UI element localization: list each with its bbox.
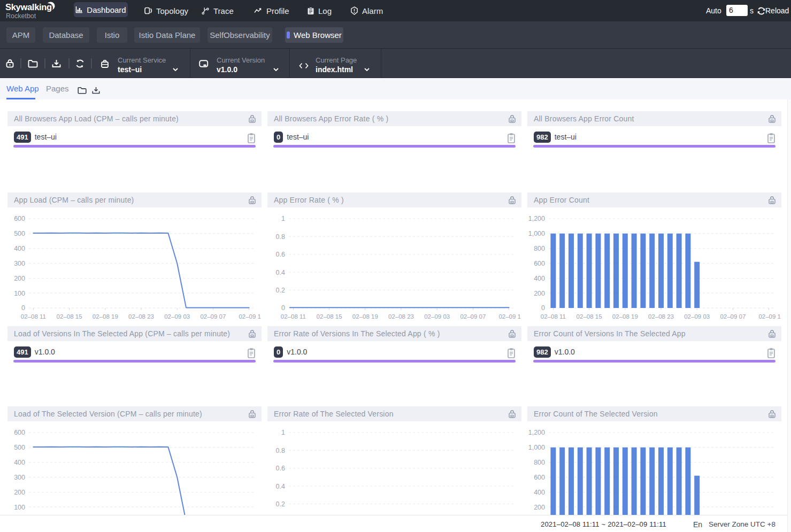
svg-text:0.6: 0.6 (276, 251, 285, 258)
svg-text:02–08 23: 02–08 23 (648, 313, 674, 320)
svg-text:200: 200 (534, 504, 545, 511)
svg-text:02–08 15: 02–08 15 (57, 313, 82, 320)
svg-text:300: 300 (14, 260, 25, 267)
svg-text:0.2: 0.2 (276, 500, 285, 508)
svg-text:0.4: 0.4 (276, 269, 285, 276)
svg-text:600: 600 (534, 260, 545, 267)
svg-text:02–08 19: 02–08 19 (352, 313, 378, 320)
svg-text:800: 800 (534, 459, 545, 466)
svg-text:600: 600 (534, 474, 545, 481)
svg-text:02–08 11: 02–08 11 (541, 313, 566, 320)
svg-text:0.6: 0.6 (276, 465, 285, 472)
svg-text:400: 400 (14, 245, 25, 252)
svg-text:100: 100 (14, 504, 25, 511)
svg-text:0.8: 0.8 (276, 447, 285, 454)
svg-text:200: 200 (534, 290, 545, 297)
svg-text:400: 400 (534, 275, 545, 282)
svg-text:600: 600 (14, 429, 25, 436)
svg-text:02–09 1: 02–09 1 (758, 313, 781, 320)
svg-text:02–08 11: 02–08 11 (281, 313, 306, 320)
svg-text:400: 400 (14, 459, 25, 466)
svg-text:1,000: 1,000 (528, 230, 545, 237)
svg-text:0: 0 (541, 304, 545, 312)
svg-text:0.2: 0.2 (276, 287, 285, 294)
svg-text:600: 600 (14, 215, 25, 222)
svg-text:0.8: 0.8 (276, 233, 285, 241)
svg-text:02–08 15: 02–08 15 (577, 313, 602, 320)
svg-text:02–08 19: 02–08 19 (612, 313, 638, 320)
svg-text:0: 0 (21, 304, 25, 312)
svg-text:200: 200 (14, 489, 25, 496)
svg-text:1: 1 (281, 215, 285, 222)
svg-text:400: 400 (534, 489, 545, 496)
svg-text:02–09 07: 02–09 07 (720, 313, 746, 320)
svg-text:02–09 07: 02–09 07 (460, 313, 486, 320)
svg-text:02–08 23: 02–08 23 (128, 313, 154, 320)
svg-text:100: 100 (14, 290, 25, 297)
svg-text:02–08 15: 02–08 15 (317, 313, 342, 320)
svg-text:1,200: 1,200 (528, 215, 545, 222)
svg-text:1,000: 1,000 (528, 444, 545, 451)
svg-text:300: 300 (14, 474, 25, 481)
svg-text:02–09 03: 02–09 03 (684, 313, 710, 320)
svg-text:800: 800 (534, 245, 545, 252)
svg-text:02–09 03: 02–09 03 (424, 313, 450, 320)
svg-text:0.4: 0.4 (276, 483, 285, 490)
svg-text:02–09 1: 02–09 1 (239, 313, 261, 320)
svg-text:0: 0 (281, 304, 285, 312)
svg-text:1,200: 1,200 (528, 429, 545, 436)
svg-text:500: 500 (14, 230, 25, 237)
svg-text:500: 500 (14, 444, 25, 451)
svg-text:02–09 03: 02–09 03 (164, 313, 190, 320)
svg-text:02–08 23: 02–08 23 (388, 313, 414, 320)
svg-text:200: 200 (14, 275, 25, 282)
svg-text:1: 1 (281, 429, 285, 436)
svg-text:02–09 07: 02–09 07 (200, 313, 226, 320)
svg-text:02–09 1: 02–09 1 (498, 313, 521, 320)
svg-text:02–08 19: 02–08 19 (93, 313, 118, 320)
svg-text:02–08 11: 02–08 11 (21, 313, 46, 320)
